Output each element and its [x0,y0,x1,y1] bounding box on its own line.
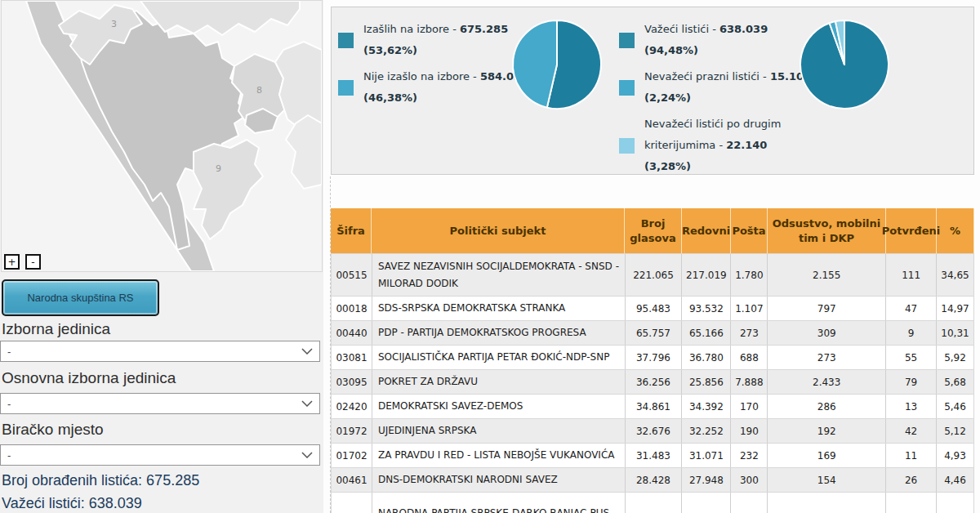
stat-broj-obradjenih: Broj obrađenih listića: 675.285 [2,472,199,489]
table-cell: 2.433 [768,370,886,394]
table-row: 03095POKRET ZA DRŽAVU36.25625.8567.8882.… [331,369,974,394]
select-value: - [7,398,11,410]
table-cell: 36.780 [682,346,731,369]
table-cell: 31.071 [682,444,731,467]
legend-label: Nevažeći prazni listići - 15.106 (2,24%) [644,66,816,109]
table-cell [731,493,768,513]
table-cell: 25.856 [682,370,731,394]
table-cell [886,493,937,513]
table-cell: 4,46 [937,468,974,492]
table-cell: 37.796 [626,346,683,369]
select-value: - [7,449,11,462]
filter-label-izborna-jedinica: Izborna jedinica [2,320,110,338]
table-cell: 169 [768,444,886,467]
table-cell: 93.532 [682,297,731,320]
legend-swatch [338,80,354,96]
table-row: 01702ZA PRAVDU I RED - LISTA NEBOJŠE VUK… [331,443,974,467]
map-region[interactable] [140,1,300,35]
table-cell: 10,31 [937,321,974,345]
table-header-cell: % [937,208,974,253]
table-cell [937,493,974,513]
table-header-cell: Pošta [731,208,768,253]
ballots-legend: Važeći listići - 638.039 (94,48%)Nevažeć… [619,19,820,182]
table-cell: 34,65 [937,254,974,296]
table-cell: 273 [731,321,768,345]
table-cell: 111 [886,254,937,296]
table-cell: 95.483 [626,297,683,320]
map-zoom-controls: + - [4,254,41,270]
chevron-down-icon [301,348,313,355]
map-region-label: 9 [216,163,221,174]
pie-svg [795,16,893,114]
table-row: 03081SOCIJALISTIČKA PARTIJA PETAR ĐOKIĆ-… [331,345,974,369]
table-cell [626,493,683,513]
table-cell: 55 [886,346,937,369]
table-header-cell: Politički subjekt [372,208,625,253]
narodna-skupstina-rs-button[interactable]: Narodna skupština RS [2,279,159,316]
legend-swatch [619,80,635,96]
table-cell: 9 [886,321,937,345]
ballots-pie-chart [795,16,893,114]
table-cell: 32.676 [626,419,683,443]
table-header-cell: Odsustvo, mobilni tim i DKP [768,208,886,253]
table-row: 00515SAVEZ NEZAVISNIH SOCIJALDEMOKRATA -… [331,253,974,296]
pie-slice [513,20,557,108]
table-header-cell: Šifra [331,208,372,253]
table-cell: 1.780 [731,254,768,296]
table-cell: 7.888 [731,370,768,394]
map-zoom-out-button[interactable]: - [25,254,41,270]
table-cell: 26 [886,468,937,492]
stat-vazeci-listici: Važeći listići: 638.039 [2,495,142,512]
table-cell: 01972 [332,419,372,443]
table-cell: 31.483 [626,444,683,467]
legend-item: Nevažeći listići po drugim kriterijumima… [619,114,820,177]
results-table: ŠifraPolitički subjektBroj glasovaRedovn… [331,208,974,513]
table-row: 00440PDP - PARTIJA DEMOKRATSKOG PROGRESA… [331,320,974,345]
table-cell: ZA PRAVDU I RED - LISTA NEBOJŠE VUKANOVI… [372,444,626,467]
table-cell: SAVEZ NEZAVISNIH SOCIJALDEMOKRATA - SNSD… [372,254,626,296]
table-cell: 34.861 [626,395,683,418]
table-header-cell: Broj glasova [625,208,682,253]
table-cell: 5,12 [937,419,974,443]
table-cell: 03081 [332,346,372,369]
table-cell [768,493,886,513]
table-cell: 00440 [332,321,372,345]
legend-label: Nevažeći listići po drugim kriterijumima… [644,114,816,177]
table-cell: 36.256 [626,370,683,394]
table-cell: 79 [886,370,937,394]
table-row: 00461DNS-DEMOKRATSKI NARODNI SAVEZ28.428… [331,467,974,492]
table-cell: 192 [768,419,886,443]
election-results-page: { "map_panel": { "zoom_in": "+", "zoom_o… [0,0,980,513]
chevron-down-icon [301,400,313,407]
table-cell: 47 [886,297,937,320]
legend-item: Važeći listići - 638.039 (94,48%) [619,19,820,61]
table-cell: 00515 [332,254,372,296]
table-cell [682,493,731,513]
table-cell: 27.948 [682,468,731,492]
table-cell: 14,97 [937,297,974,320]
map-zoom-in-button[interactable]: + [4,254,20,270]
table-cell: 5,92 [937,346,974,369]
map-region[interactable] [194,140,263,239]
map-region[interactable] [275,42,322,132]
legend-label: Važeći listići - 638.039 (94,48%) [644,19,816,61]
table-cell: 797 [768,297,886,320]
select-value: - [7,346,11,358]
table-cell: DNS-DEMOKRATSKI NARODNI SAVEZ [372,468,626,492]
table-cell: NARODNA PARTIJA SRPSKE-DARKO BANJAC-PUS- [372,493,626,513]
izborna-jedinica-select[interactable]: - [0,341,320,362]
bosnia-map-svg: 3 8 9 [2,1,322,271]
table-cell: 154 [768,468,886,492]
legend-swatch [619,33,635,48]
map-region[interactable] [286,115,322,189]
table-cell: 190 [731,419,768,443]
table-cell: DEMOKRATSKI SAVEZ-DEMOS [372,395,626,418]
table-cell: 309 [768,321,886,345]
table-cell: UJEDINJENA SRPSKA [372,419,626,443]
table-cell: 01702 [332,444,372,467]
table-row: NARODNA PARTIJA SRPSKE-DARKO BANJAC-PUS- [331,492,974,513]
table-cell: 217.019 [682,254,731,296]
osnovna-izborna-jedinica-select[interactable]: - [0,393,320,414]
biracko-mjesto-select[interactable]: - [0,444,320,466]
table-cell: 286 [768,395,886,418]
